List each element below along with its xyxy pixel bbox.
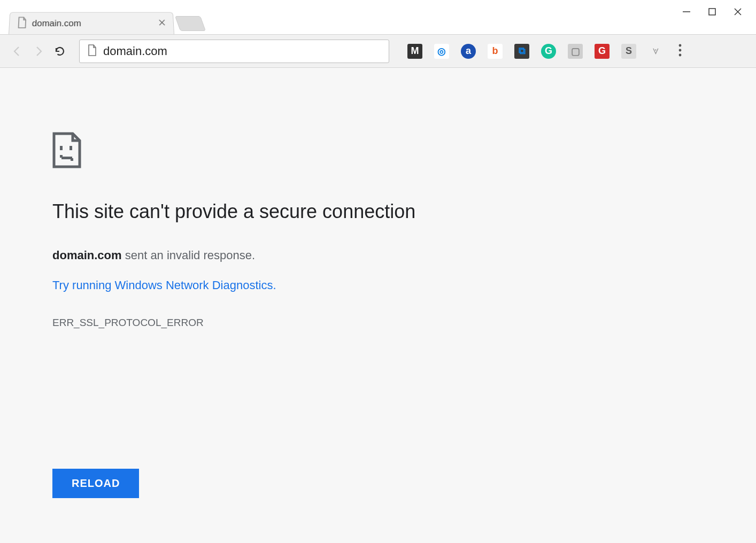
extension-bar: M◎ab⧉G▢GS⟇ xyxy=(407,44,663,59)
similarweb-icon[interactable]: S xyxy=(621,44,636,59)
suggestion-tail: . xyxy=(273,278,276,292)
svg-point-8 xyxy=(679,53,682,56)
error-domain: domain.com xyxy=(52,249,122,262)
svg-rect-13 xyxy=(71,158,73,161)
reload-button[interactable]: RELOAD xyxy=(52,469,139,498)
diagnostics-link[interactable]: Try running Windows Network Diagnostics xyxy=(52,278,273,292)
dev-icon[interactable]: ⟇ xyxy=(648,44,663,59)
getpocket-icon[interactable]: G xyxy=(595,44,610,59)
svg-rect-9 xyxy=(60,146,63,150)
error-code: ERR_SSL_PROTOCOL_ERROR xyxy=(52,317,704,329)
toolbar: M◎ab⧉G▢GS⟇ xyxy=(0,34,756,68)
svg-rect-12 xyxy=(60,155,63,158)
tab-title: domain.com xyxy=(32,18,153,29)
page-info-icon[interactable] xyxy=(87,44,97,58)
error-description: domain.com sent an invalid response. xyxy=(52,249,704,262)
mega-icon[interactable]: M xyxy=(407,44,422,59)
error-heading: This site can't provide a secure connect… xyxy=(52,200,704,223)
back-button[interactable] xyxy=(10,44,25,59)
error-desc-tail: sent an invalid response. xyxy=(122,249,256,262)
honey-icon[interactable]: ◎ xyxy=(434,44,449,59)
grammarly-icon[interactable]: G xyxy=(541,44,556,59)
clipboard-icon[interactable]: ▢ xyxy=(568,44,583,59)
svg-point-6 xyxy=(679,44,682,46)
forward-button[interactable] xyxy=(31,44,46,59)
error-page: This site can't provide a secure connect… xyxy=(0,68,756,543)
address-bar[interactable] xyxy=(79,40,389,63)
tab-close-button[interactable] xyxy=(158,18,166,29)
sad-file-icon xyxy=(52,132,81,168)
tab-strip: domain.com xyxy=(0,0,756,34)
browser-tab[interactable]: domain.com xyxy=(9,12,174,34)
minimize-button[interactable] xyxy=(681,6,692,17)
maximize-button[interactable] xyxy=(707,6,718,17)
close-window-button[interactable] xyxy=(732,6,743,17)
svg-rect-1 xyxy=(709,9,715,15)
screenshot-icon[interactable]: ⧉ xyxy=(514,44,529,59)
new-tab-button[interactable] xyxy=(175,16,206,31)
chrome-menu-button[interactable] xyxy=(678,43,682,59)
svg-point-7 xyxy=(679,49,682,51)
svg-rect-10 xyxy=(70,146,72,150)
window-controls xyxy=(668,0,756,24)
bitly-icon[interactable]: b xyxy=(488,44,503,59)
error-suggestion: Try running Windows Network Diagnostics. xyxy=(52,278,704,317)
reload-nav-button[interactable] xyxy=(52,44,67,59)
file-icon xyxy=(17,17,27,30)
alexa-icon[interactable]: a xyxy=(461,44,476,59)
url-input[interactable] xyxy=(103,44,381,58)
